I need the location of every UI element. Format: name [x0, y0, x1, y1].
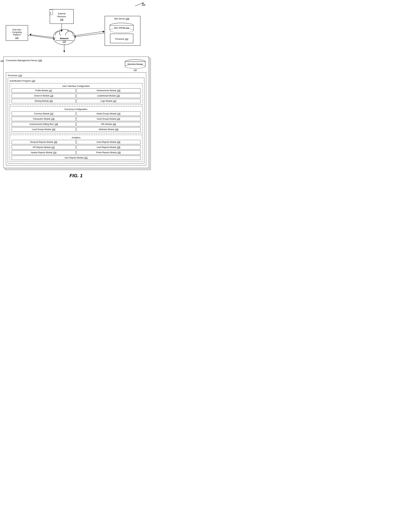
svg-text:Site Server 104: Site Server 104: [114, 17, 129, 20]
module-user-reports: User Reports Module 162: [12, 156, 141, 160]
analytics-section: Analytics Temporal Reports Module 150 Go…: [10, 135, 142, 162]
module-attributes: Attributes Module 148: [77, 127, 141, 132]
economy-config-title: Economy Configuration: [12, 108, 141, 110]
svg-line-33: [28, 35, 55, 39]
module-award-groups: Award Groups Module 142: [77, 112, 141, 116]
server-header: Connection Management Server 108 Electro…: [6, 59, 146, 71]
ui-module-grid: Profile Module 122 Achievements Module 1…: [12, 88, 141, 103]
module-achievements: Achievements Module 128: [77, 88, 141, 93]
processor-box: Processor 118 Gamification Program 120 U…: [6, 72, 146, 165]
module-url: URL Module 146: [77, 122, 141, 126]
fig-label: FIG. 1: [3, 173, 149, 178]
svg-text:Resource: Resource: [57, 15, 66, 18]
svg-text:110: 110: [63, 40, 66, 43]
economy-config-section: Economy Configuration Currency Module 13…: [10, 106, 142, 133]
svg-text:Platform: Platform: [13, 34, 21, 36]
ref-bracket-108-outer: } 108: [0, 58, 3, 62]
ui-config-title: User Interface Configuration: [12, 85, 141, 87]
elec-storage-top: Electronic Storage 116: [124, 59, 146, 71]
analytics-title: Analytics: [12, 136, 141, 139]
module-currency: Currency Module 134: [12, 112, 76, 116]
top-diagram-svg: End-User Computing Platform 102 External…: [3, 7, 149, 56]
svg-text:106: 106: [50, 12, 51, 14]
module-temporal-reports: Temporal Reports Module 150: [12, 140, 76, 144]
module-logo: Logo Module 132: [77, 99, 141, 103]
svg-text:106: 106: [60, 19, 63, 21]
module-awards-reports: Awards Reports Module 154: [12, 150, 76, 155]
economy-module-grid: Currency Module 134 Award Groups Module …: [12, 112, 141, 132]
top-diagram: End-User Computing Platform 102 External…: [3, 7, 149, 56]
svg-text:Processor 114: Processor 114: [115, 38, 128, 40]
module-achievements-editing: Achievements Editing Mod. 138: [12, 122, 76, 126]
module-checkin: Check-In Module 124: [12, 94, 76, 98]
svg-text:External: External: [58, 13, 65, 15]
module-good-groups: Good Groups Module 144: [77, 117, 141, 121]
module-sharing: Sharing Module 126: [12, 99, 76, 103]
processor-title: Processor 118: [8, 74, 144, 77]
svg-text:Elec. Storage 112: Elec. Storage 112: [114, 27, 129, 29]
svg-marker-36: [103, 31, 104, 33]
module-leaderboard: Leaderboard Module 130: [77, 94, 141, 98]
svg-point-25: [110, 28, 134, 33]
ui-config-section: User Interface Configuration Profile Mod…: [10, 83, 142, 105]
module-level-reports: Level Reports Module 158: [77, 145, 141, 150]
module-good-reports: Good Reports Module 156: [77, 140, 141, 144]
analytics-module-grid: Temporal Reports Module 150 Good Reports…: [12, 140, 141, 160]
svg-text:102: 102: [15, 37, 19, 39]
gamification-box: Gamification Program 120 User Interface …: [8, 78, 144, 164]
svg-marker-40: [63, 51, 65, 52]
module-api-reports: API Reports Module 152: [12, 145, 76, 150]
svg-text:End-User: End-User: [13, 29, 21, 31]
svg-text:Network: Network: [60, 37, 69, 40]
gamification-title: Gamification Program 120: [10, 80, 142, 82]
module-profile: Profile Module 122: [12, 88, 76, 93]
module-transaction: Transaction Module 136: [12, 117, 76, 121]
connection-server-front: } 108 108 Connection Management Server 1…: [3, 57, 149, 168]
server-title: Connection Management Server 108: [6, 59, 42, 62]
connection-server-wrapper: } 108 108 Connection Management Server 1…: [3, 57, 149, 168]
svg-marker-32: [30, 33, 31, 36]
diagram-container: 100 End-User Computing Platform 102 Exte…: [3, 3, 149, 178]
module-level-groups: Level Groups Module 140: [12, 127, 76, 132]
module-points-reports: Points Reports Module 160: [77, 150, 141, 155]
svg-text:Electronic Storage: Electronic Storage: [128, 63, 143, 65]
svg-text:Computing: Computing: [12, 31, 22, 33]
